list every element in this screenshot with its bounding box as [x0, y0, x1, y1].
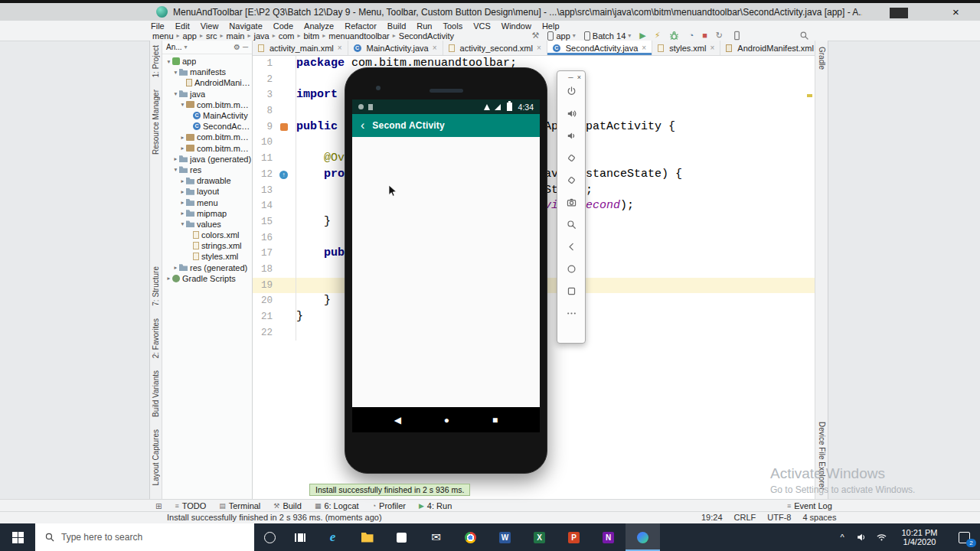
onenote-icon[interactable]: N	[591, 523, 626, 551]
tree-item-manifests[interactable]: ▾manifests	[162, 67, 252, 77]
volume-icon[interactable]	[851, 532, 871, 543]
menu-help[interactable]: Help	[542, 21, 560, 31]
back-icon[interactable]	[564, 240, 578, 253]
taskbar-clock[interactable]: 10:21 PM 1/4/2020	[895, 528, 944, 546]
home-icon[interactable]	[564, 262, 578, 276]
power-icon[interactable]	[564, 84, 578, 98]
tree-item-colors-xml[interactable]: colors.xml	[162, 230, 252, 240]
menu-view[interactable]: View	[201, 21, 219, 31]
camera-icon[interactable]	[564, 195, 578, 209]
expand-arrow-icon[interactable]: ▾	[165, 58, 172, 65]
menu-refactor[interactable]: Refactor	[345, 21, 377, 31]
tool-window-build[interactable]: ⚒Build	[273, 501, 302, 510]
menu-analyze[interactable]: Analyze	[304, 21, 334, 31]
tool-stripe-build-variants[interactable]: Build Variants	[152, 370, 160, 417]
tree-item-gradle-scripts[interactable]: ▸Gradle Scripts	[162, 273, 252, 284]
menu-code[interactable]: Code	[273, 21, 293, 31]
expand-arrow-icon[interactable]: ▾	[172, 166, 179, 173]
tree-item-secondactivity[interactable]: CSecondActivity	[162, 121, 252, 132]
edge-icon[interactable]: e	[315, 523, 350, 551]
chrome-icon[interactable]	[453, 523, 488, 551]
tree-item-layout[interactable]: ▸layout	[162, 186, 252, 197]
override-marker-icon[interactable]: ↑	[273, 167, 295, 183]
tree-item-androidmanifest-xml[interactable]: AndroidManifest.xml	[162, 77, 252, 88]
start-button[interactable]	[0, 523, 35, 551]
breadcrumb-menuandtoolbar[interactable]: menuandtoolbar	[328, 31, 390, 41]
tree-item-com-bitm-menuan[interactable]: ▸com.bitm.menuan...	[162, 143, 252, 154]
tab-styles-xml[interactable]: styles.xml×	[652, 41, 720, 55]
breadcrumb-src[interactable]: src	[205, 31, 218, 41]
action-center-icon[interactable]: 2	[948, 523, 980, 551]
expand-arrow-icon[interactable]: ▸	[179, 134, 186, 141]
back-arrow-icon[interactable]: ‹	[361, 119, 364, 132]
expand-arrow-icon[interactable]: ▸	[172, 155, 179, 162]
close-icon[interactable]: ×	[952, 5, 959, 18]
tree-item-java-generated[interactable]: ▸java (generated)	[162, 154, 252, 165]
expand-arrow-icon[interactable]: ▸	[179, 210, 186, 217]
rotate-right-icon[interactable]	[564, 173, 578, 187]
nav-recents-icon[interactable]: ■	[492, 415, 498, 425]
tree-item-res-generated[interactable]: ▸res (generated)	[162, 262, 252, 273]
nav-back-icon[interactable]: ◀	[394, 415, 401, 425]
tab-activity-main-xml[interactable]: activity_main.xml×	[253, 41, 348, 55]
android-studio-icon[interactable]	[626, 523, 660, 551]
tool-window-4-run[interactable]: ▶4: Run	[419, 501, 452, 510]
device-select[interactable]: Batch 14▾	[584, 31, 631, 41]
breadcrumb-com[interactable]: com	[278, 31, 296, 41]
expand-arrow-icon[interactable]: ▾	[179, 101, 186, 108]
menu-tools[interactable]: Tools	[443, 21, 462, 31]
tool-stripe-2-favorites[interactable]: 2: Favorites	[152, 318, 160, 358]
tab-mainactivity-java[interactable]: CMainActivity.java×	[348, 41, 443, 55]
breadcrumb-app[interactable]: app	[182, 31, 198, 41]
expand-arrow-icon[interactable]: ▾	[172, 69, 179, 76]
tree-item-mainactivity[interactable]: CMainActivity	[162, 110, 252, 121]
cortana-icon[interactable]	[254, 523, 285, 551]
caret-position[interactable]: 19:24	[701, 513, 723, 522]
tree-item-styles-xml[interactable]: styles.xml	[162, 251, 252, 262]
run-icon[interactable]: ▶	[639, 31, 645, 41]
mail-icon[interactable]: ✉	[419, 523, 453, 551]
expand-arrow-icon[interactable]: ▸	[179, 188, 186, 195]
tree-item-strings-xml[interactable]: strings.xml	[162, 240, 252, 251]
close-tab-icon[interactable]: ×	[537, 44, 541, 52]
line-ending[interactable]: CRLF	[734, 513, 756, 522]
tree-item-values[interactable]: ▾values	[162, 219, 252, 230]
apply-changes-icon[interactable]: ⚡	[655, 31, 661, 41]
expand-arrow-icon[interactable]: ▾	[172, 90, 179, 97]
tree-item-com-bitm-menuan[interactable]: ▾com.bitm.menuan...	[162, 99, 252, 110]
menu-build[interactable]: Build	[387, 21, 406, 31]
breadcrumb-java[interactable]: java	[253, 31, 270, 41]
nav-home-icon[interactable]: ●	[444, 415, 449, 425]
more-icon[interactable]	[564, 306, 578, 320]
tool-window-switcher-icon[interactable]: ⊞	[155, 502, 162, 510]
expand-arrow-icon[interactable]: ▸	[172, 264, 179, 271]
tree-item-res[interactable]: ▾res	[162, 165, 252, 175]
taskbar-search[interactable]: Type here to search	[35, 523, 254, 551]
close-tab-icon[interactable]: ×	[710, 44, 714, 52]
expand-arrow-icon[interactable]: ▸	[165, 275, 172, 282]
expand-arrow-icon[interactable]: ▸	[179, 199, 186, 206]
tool-window-terminal[interactable]: ▤Terminal	[219, 501, 260, 510]
expand-arrow-icon[interactable]: ▸	[179, 178, 186, 184]
store-icon[interactable]	[384, 523, 419, 551]
hide-panel-icon[interactable]: ─	[243, 43, 248, 51]
tool-stripe-gradle[interactable]: Gradle	[818, 47, 826, 70]
close-tab-icon[interactable]: ×	[433, 44, 437, 52]
tool-stripe-1-project[interactable]: 1: Project	[152, 45, 160, 77]
menu-run[interactable]: Run	[416, 21, 432, 31]
chevron-up-icon[interactable]: ^	[833, 533, 851, 542]
tab-secondactivity-java[interactable]: CSecondActivity.java×	[547, 41, 652, 55]
breadcrumb-main[interactable]: main	[226, 31, 246, 41]
tool-window-event-log[interactable]: ≡Event Log	[787, 501, 832, 510]
menu-navigate[interactable]: Navigate	[229, 21, 262, 31]
rotate-left-icon[interactable]	[564, 151, 578, 165]
close-tab-icon[interactable]: ×	[642, 44, 646, 52]
indent-setting[interactable]: 4 spaces	[802, 513, 836, 522]
class-marker-icon[interactable]	[273, 119, 295, 135]
file-explorer-icon[interactable]	[350, 523, 384, 551]
stop-icon[interactable]: ■	[702, 31, 707, 41]
search-icon[interactable]	[799, 30, 810, 41]
profiler-icon[interactable]: ◔	[688, 31, 694, 41]
run-config-select[interactable]: app▾	[547, 31, 575, 41]
menu-edit[interactable]: Edit	[175, 21, 190, 31]
